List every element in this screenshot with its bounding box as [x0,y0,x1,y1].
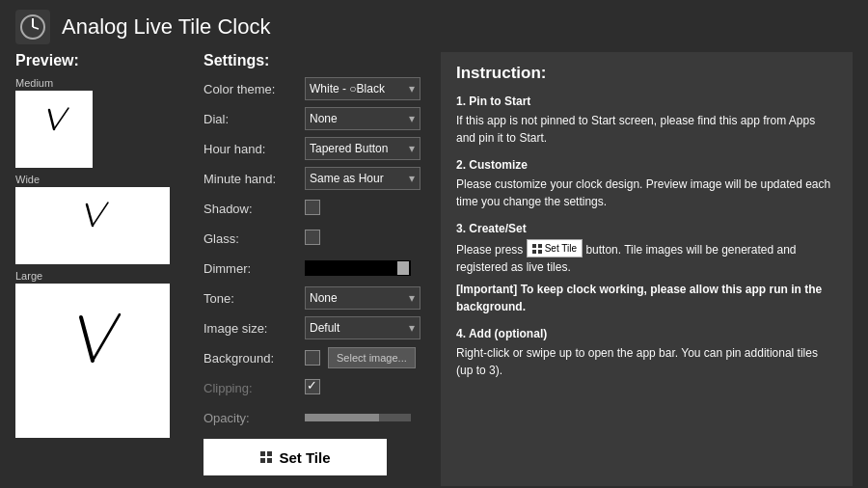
hour-hand-row: Hour hand: Tapered Button Simple [203,137,425,160]
glass-control [305,230,425,248]
minute-hand-control: Same as Hour Tapered Button [305,167,425,190]
instruction-step-1: 1. Pin to Start If this app is not pinne… [456,93,837,147]
dial-label: Dial: [203,112,305,126]
svg-rect-9 [260,451,265,456]
color-theme-select-wrapper: White - ○Black Black - ○White [305,77,420,100]
large-label: Large [15,270,184,282]
shadow-control [305,200,425,218]
minute-hand-label: Minute hand: [203,172,305,186]
app-icon [15,10,50,44]
dimmer-row: Dimmer: [203,257,425,280]
svg-rect-12 [267,458,272,463]
svg-rect-15 [532,250,536,254]
background-label: Background: [203,351,305,366]
opacity-control [305,414,425,421]
preview-medium: Medium [15,77,184,168]
color-theme-label: Color theme: [203,82,305,96]
tone-control: None Warm [305,286,425,310]
svg-rect-13 [532,244,536,248]
wide-preview-box [15,187,170,264]
main-content: Preview: Medium Wide [0,52,868,486]
svg-rect-10 [267,451,272,456]
glass-label: Glass: [203,231,305,246]
instruction-section: Instruction: 1. Pin to Start If this app… [441,52,853,486]
hour-hand-select-wrapper: Tapered Button Simple [305,137,420,160]
dial-select[interactable]: None Simple [305,107,420,130]
instruction-step-2: 2. Customize Please customize your clock… [456,156,837,210]
clipping-checkbox[interactable] [305,379,320,394]
opacity-label: Opacity: [203,411,305,425]
step-4-text: Right-click or swipe up to open the app … [456,344,837,379]
image-size-control: Defult Small [305,316,425,339]
step-1-text: If this app is not pinned to Start scree… [456,112,837,147]
svg-line-6 [93,203,108,226]
hour-hand-label: Hour hand: [203,142,305,156]
dimmer-control [305,260,425,276]
color-theme-control: White - ○Black Black - ○White [305,77,425,100]
select-image-button[interactable]: Select image... [328,347,416,368]
image-size-label: Image size: [203,321,305,336]
wide-label: Wide [15,174,184,185]
svg-rect-16 [538,250,542,254]
medium-label: Medium [15,77,184,89]
tone-select[interactable]: None Warm [305,286,420,310]
hour-hand-select[interactable]: Tapered Button Simple [305,137,420,160]
svg-line-8 [93,314,120,361]
glass-row: Glass: [203,227,425,250]
dial-row: Dial: None Simple [203,107,425,130]
instruction-step-4: 4. Add (optional) Right-click or swipe u… [456,325,837,379]
shadow-label: Shadow: [203,202,305,216]
hour-hand-control: Tapered Button Simple [305,137,425,160]
settings-section: Settings: Color theme: White - ○Black Bl… [184,52,425,486]
svg-line-2 [33,27,39,29]
step-3-important: [Important] To keep clock working, pleas… [456,281,837,315]
tone-label: Tone: [203,291,305,306]
step-3-title: 3. Create/Set [456,220,837,237]
svg-rect-11 [260,458,265,463]
color-theme-row: Color theme: White - ○Black Black - ○Whi… [203,77,425,100]
clipping-label: Clipping: [203,381,305,395]
tone-select-wrapper: None Warm [305,286,420,310]
set-tile-icon [259,450,273,464]
inline-tile-icon [532,244,542,254]
image-size-select[interactable]: Defult Small [305,316,420,339]
step-1-title: 1. Pin to Start [456,93,837,110]
inline-set-tile-btn: Set Tile [527,239,583,258]
background-row: Background: Select image... [203,346,425,369]
instruction-step-3: 3. Create/Set Please press Set Tile butt… [456,220,837,315]
preview-section: Preview: Medium Wide [15,52,184,486]
shadow-checkbox[interactable] [305,200,320,215]
large-preview-box [15,284,170,438]
preview-wide: Wide [15,174,184,264]
step-2-text: Please customize your clock design. Prev… [456,176,837,210]
svg-line-3 [49,110,54,129]
step-4-title: 4. Add (optional) [456,325,837,342]
svg-line-7 [81,317,93,361]
color-theme-select[interactable]: White - ○Black Black - ○White [305,77,420,100]
step-2-title: 2. Customize [456,156,837,174]
shadow-row: Shadow: [203,197,425,220]
minute-hand-select[interactable]: Same as Hour Tapered Button [305,167,420,190]
medium-preview-box [15,91,93,168]
preview-title: Preview: [15,52,184,69]
opacity-slider[interactable] [305,414,411,421]
opacity-fill [305,414,379,421]
settings-title: Settings: [203,52,425,69]
title-bar: Analog Live Tile Clock [0,0,868,52]
dial-select-wrapper: None Simple [305,107,420,130]
dimmer-thumb[interactable] [397,261,409,275]
svg-rect-14 [538,244,542,248]
instruction-title: Instruction: [456,64,837,83]
glass-checkbox[interactable] [305,230,320,245]
clipping-row: Clipping: [203,376,425,399]
dimmer-slider[interactable] [305,260,411,276]
set-tile-button[interactable]: Set Tile [203,439,387,475]
minute-hand-row: Minute hand: Same as Hour Tapered Button [203,167,425,190]
image-size-select-wrapper: Defult Small [305,316,420,339]
clipping-control [305,379,425,397]
background-control: Select image... [305,347,425,368]
background-checkbox[interactable] [305,350,320,366]
opacity-row: Opacity: [203,406,425,429]
dial-control: None Simple [305,107,425,130]
step-3-text: Please press Set Tile button. Tile image… [456,239,837,276]
